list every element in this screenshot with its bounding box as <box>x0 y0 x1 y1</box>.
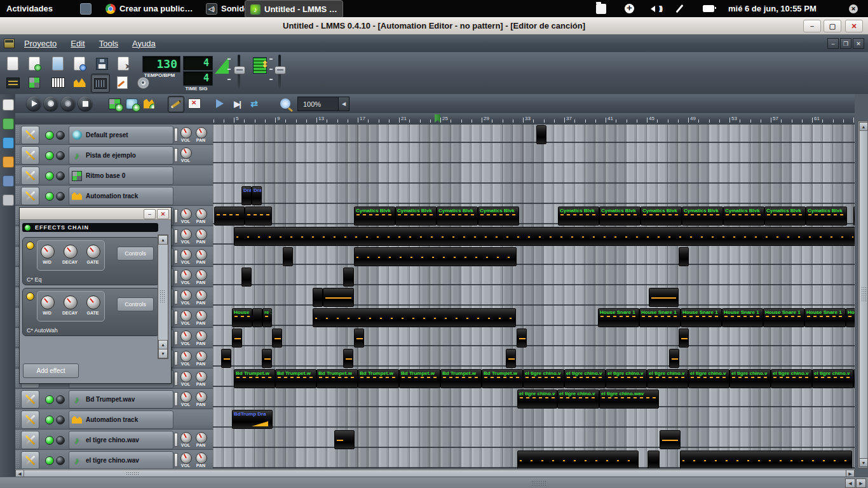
track-actions-button[interactable] <box>21 187 39 205</box>
track-solo-led[interactable] <box>56 395 65 404</box>
decay-knob[interactable] <box>64 295 78 309</box>
pattern-segment[interactable]: Bd Trumpet.w <box>399 369 440 388</box>
menu-proyecto[interactable]: Proyecto <box>17 39 64 48</box>
track-name-button[interactable]: ♪el tigre chino.wav <box>69 451 173 468</box>
track-name-button[interactable]: Automation track <box>69 410 173 429</box>
add-automation-track-button[interactable] <box>141 96 156 111</box>
pan-knob[interactable] <box>196 330 207 342</box>
pattern-segment[interactable]: el tigre chino.v <box>557 390 599 409</box>
track-solo-led[interactable] <box>56 436 65 445</box>
track-mute-led[interactable] <box>45 436 54 445</box>
pattern-segment[interactable]: House <box>232 308 252 327</box>
effect-controls-button[interactable]: Controls <box>117 247 154 261</box>
pattern-segment[interactable] <box>354 247 517 266</box>
timesig-denominator-display[interactable]: 4 <box>183 71 213 86</box>
wet-dry-knob[interactable] <box>41 295 55 309</box>
pattern-segment[interactable]: Bd Trumpet.w <box>440 369 482 388</box>
sidebar-item-home-icon[interactable] <box>3 175 14 187</box>
volume-knob[interactable] <box>180 310 192 322</box>
record-button[interactable] <box>43 96 58 111</box>
pattern-segment[interactable]: el tigre chino.v <box>517 390 557 409</box>
zoom-level-dropdown[interactable]: 100% ◀ <box>297 97 349 111</box>
menu-edit[interactable]: Edit <box>64 39 92 48</box>
track-solo-led[interactable] <box>56 131 65 140</box>
pattern-segment[interactable] <box>232 329 242 348</box>
pattern-segment[interactable] <box>354 329 364 348</box>
decay-knob[interactable] <box>64 245 78 259</box>
sidebar-item-instruments-icon[interactable] <box>3 99 14 111</box>
pattern-segment[interactable] <box>649 288 679 307</box>
gate-knob[interactable] <box>86 295 100 309</box>
toggle-automation-editor-button[interactable] <box>91 74 110 93</box>
track-actions-button[interactable] <box>21 410 39 429</box>
window-maximize-button[interactable]: ▢ <box>824 20 841 32</box>
track-solo-led[interactable] <box>56 151 65 160</box>
window-minimize-button[interactable]: – <box>803 20 821 32</box>
track-drag-grip[interactable] <box>15 187 19 204</box>
effects-panel-close-button[interactable]: ✕ <box>157 209 169 219</box>
pattern-segment[interactable] <box>214 207 245 226</box>
pattern-segment[interactable] <box>680 451 852 468</box>
volume-knob[interactable] <box>180 249 192 261</box>
vscroll-down-button[interactable]: ▼ <box>859 458 868 467</box>
track-name-button[interactable]: ♪Pista de ejemplo <box>69 146 173 165</box>
track-solo-led[interactable] <box>56 416 65 424</box>
pattern-segment[interactable]: Bd Trumpet.w <box>358 369 399 388</box>
timeline-ruler[interactable]: 591317212529333741454953576165 <box>213 113 856 125</box>
pattern-segment[interactable]: House Snare 1 <box>681 308 722 327</box>
track-actions-button[interactable] <box>21 146 39 165</box>
track-actions-button[interactable] <box>21 126 39 144</box>
pattern-segment[interactable]: House Snare 1 <box>639 308 681 327</box>
pattern-segment[interactable] <box>679 329 689 348</box>
add-sample-track-button[interactable] <box>124 96 139 111</box>
song-pattern-area[interactable]: DraDraCymatics BlvkCymatics BlvkCymatics… <box>213 125 856 468</box>
track-mute-led[interactable] <box>45 192 54 201</box>
project-notes-button[interactable] <box>113 74 131 92</box>
effect-controls-button[interactable]: Controls <box>117 297 154 311</box>
workspace-scroll-right-button[interactable]: ▶ <box>856 478 866 488</box>
pattern-segment[interactable]: Cymatics Blvk <box>723 207 764 226</box>
pattern-segment[interactable] <box>517 329 527 348</box>
accessibility-indicator[interactable] <box>625 0 634 17</box>
pan-knob[interactable] <box>196 208 207 220</box>
pattern-segment[interactable] <box>343 268 354 287</box>
pattern-segment[interactable]: House Snare 1 <box>804 308 846 327</box>
volume-knob[interactable] <box>180 269 192 281</box>
track-mute-led[interactable] <box>45 416 54 424</box>
pan-knob[interactable] <box>196 229 207 240</box>
toggle-song-editor-button[interactable] <box>4 74 22 92</box>
track-drag-grip[interactable] <box>15 451 19 468</box>
track-mute-led[interactable] <box>45 151 54 160</box>
volume-knob[interactable] <box>180 330 192 342</box>
clock[interactable]: mié 6 de jun, 10:55 PM <box>728 0 817 17</box>
volume-knob[interactable] <box>180 391 192 403</box>
pattern-segment[interactable]: House Snare 1 <box>763 308 804 327</box>
pattern-segment[interactable] <box>313 288 323 307</box>
tray-window-icon[interactable] <box>80 0 92 17</box>
volume-knob[interactable] <box>180 371 192 383</box>
sidebar-item-computer-icon[interactable] <box>3 194 14 206</box>
pattern-segment[interactable]: Cymatics Blvk <box>764 207 806 226</box>
open-project-button[interactable] <box>25 55 43 72</box>
jump-to-end-button[interactable]: ▶| <box>229 96 245 111</box>
track-actions-button[interactable] <box>21 390 39 409</box>
effects-scroll-up2-button[interactable]: ▲ <box>158 340 168 349</box>
pattern-segment[interactable]: el tigre chino.v <box>771 369 812 388</box>
record-play-button[interactable] <box>60 96 76 111</box>
pattern-segment[interactable]: el tigre chino.wav <box>599 390 659 409</box>
wet-dry-knob[interactable] <box>41 245 55 259</box>
battery-indicator[interactable] <box>703 0 714 17</box>
sidebar-item-samples-icon[interactable] <box>3 137 14 149</box>
pattern-segment[interactable] <box>536 125 546 144</box>
track-solo-led[interactable] <box>56 192 65 201</box>
stop-button[interactable] <box>78 96 93 111</box>
status-menu[interactable]: ✕ <box>849 0 858 17</box>
sidebar-item-projects-icon[interactable] <box>3 118 14 130</box>
play-button[interactable] <box>26 96 41 111</box>
effects-chain-header[interactable]: EFFECTS CHAIN <box>22 223 158 232</box>
pattern-segment[interactable]: Bd Trumpet.w <box>482 369 523 388</box>
sidebar-item-presets-icon[interactable] <box>3 156 14 168</box>
pattern-segment[interactable] <box>648 451 660 468</box>
gate-knob[interactable] <box>86 245 100 259</box>
pattern-segment[interactable]: el tigre chino.v <box>647 369 688 388</box>
